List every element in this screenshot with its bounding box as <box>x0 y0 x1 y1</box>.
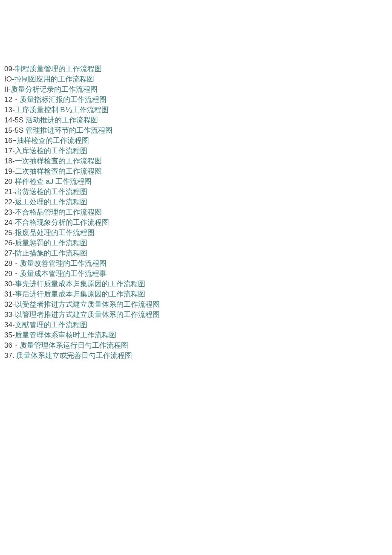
item-number: 16− <box>4 137 17 145</box>
item-text: 样件检查 aJ 工作流程图 <box>15 177 92 186</box>
list-item: 32-以受益者推进方式建立质量体系的工作流程图 <box>4 299 392 310</box>
item-number: 25- <box>4 229 15 237</box>
list-item: 17-入库送检的工作流程图 <box>4 146 392 156</box>
item-number: 12・ <box>4 96 20 104</box>
item-text: 以受益者推进方式建立质量体系的工作流程图 <box>15 300 160 308</box>
item-number: 32- <box>4 300 15 308</box>
item-text: 返工处理的工作流程图 <box>15 198 87 206</box>
list-item: 29・质量成本管理的工作流程事 <box>4 269 392 279</box>
list-item: 12・质量指标汇报的工作流程图 <box>4 95 392 105</box>
list-item: 16−抽样检查的工作流程图 <box>4 136 392 146</box>
item-number: 36・ <box>4 341 20 349</box>
list-item: 34-文献管理的工作流程图 <box>4 320 392 330</box>
item-number: 26- <box>4 239 15 247</box>
list-item: 31-事后进行质量成本归集原因的工作流程图 <box>4 289 392 299</box>
item-text: 抽样检查的工作流程图 <box>17 137 89 145</box>
item-number: 18- <box>4 157 15 165</box>
list-item: 26-质量惩罚的工作流程图 <box>4 238 392 248</box>
item-text: 管理推进环节的工作流程图 <box>26 126 112 134</box>
item-number: 27- <box>4 249 15 257</box>
item-text: 一次抽样检查的工作流程图 <box>15 157 102 165</box>
item-text: 入库送检的工作流程图 <box>15 147 87 155</box>
item-text: 不合格现象分析的工作流程图 <box>15 218 109 227</box>
list-item: 21-出货送检的工作流程图 <box>4 187 392 197</box>
item-text: 以管理者推进方式建立质量体系的工作流程图 <box>15 311 160 319</box>
list-item: IO-控制图应用的工作流程图 <box>4 74 392 84</box>
item-number: 21- <box>4 188 15 196</box>
item-text: 不合格品管理的工作流程图 <box>15 208 102 216</box>
list-item: 22-返工处理的工作流程图 <box>4 197 392 207</box>
item-text: 报废品处理的工作流程图 <box>15 229 95 237</box>
item-number: 13- <box>4 106 15 114</box>
item-number: 24- <box>4 218 15 227</box>
document-list: 09-制程质量管理的工作流程图IO-控制图应用的工作流程图II-质量分析记录的工… <box>4 64 392 361</box>
list-item: 24-不合格现象分析的工作流程图 <box>4 218 392 228</box>
item-text: 二次抽样检查的工作流程图 <box>15 167 102 175</box>
list-item: 15-5S 管理推进环节的工作流程图 <box>4 125 392 136</box>
list-item: 28・质量改善管理的工作流程图 <box>4 259 392 269</box>
item-text: 质量体系建立或完善日勺工作流程图 <box>16 352 132 360</box>
list-item: 27-防止措施的工作流程图 <box>4 248 392 259</box>
item-number: IO- <box>4 75 14 83</box>
item-text: 出货送检的工作流程图 <box>15 188 87 196</box>
list-item: 14-5S 活动推进的工作流程图 <box>4 115 392 125</box>
item-text: 质量分析记录的工作流程图 <box>11 85 98 93</box>
list-item: 33-以管理者推进方式建立质量体系的工作流程图 <box>4 310 392 320</box>
item-number: 28・ <box>4 259 20 267</box>
item-text: 活动推进的工作流程图 <box>26 116 98 124</box>
list-item: 37. 质量体系建立或完善日勺工作流程图 <box>4 351 392 361</box>
list-item: 25-报废品处理的工作流程图 <box>4 228 392 238</box>
item-number: 23- <box>4 208 15 216</box>
item-text: 工序质量控制 B⅟₃工作流程图 <box>15 106 109 114</box>
item-text: 质量成本管理的工作流程事 <box>20 270 107 278</box>
list-item: 35-质量管理体系审核时工作流程图 <box>4 330 392 340</box>
item-number: 31- <box>4 290 15 298</box>
item-number: 29・ <box>4 270 20 278</box>
item-number: 09- <box>4 65 15 73</box>
item-number: 14-5S <box>4 116 26 124</box>
item-number: 37. <box>4 352 16 360</box>
item-text: 事后进行质量成本归集原因的工作流程图 <box>15 290 145 298</box>
item-text: 事先进行质量成本归集原因的工作流程图 <box>15 280 145 288</box>
item-number: 19- <box>4 167 15 175</box>
item-text: 质量管理体系审核时工作流程图 <box>15 331 116 339</box>
item-text: 质量惩罚的工作流程图 <box>15 239 87 247</box>
item-text: 质量管理体系运行日勺工作流程图 <box>20 341 128 349</box>
list-item: 23-不合格品管理的工作流程图 <box>4 207 392 218</box>
list-item: 09-制程质量管理的工作流程图 <box>4 64 392 74</box>
item-number: 17- <box>4 147 15 155</box>
item-text: 文献管理的工作流程图 <box>15 321 87 329</box>
list-item: 19-二次抽样检查的工作流程图 <box>4 166 392 177</box>
list-item: 13-工序质量控制 B⅟₃工作流程图 <box>4 105 392 115</box>
list-item: 30-事先进行质量成本归集原因的工作流程图 <box>4 279 392 289</box>
list-item: II-质量分析记录的工作流程图 <box>4 84 392 95</box>
item-text: 质量指标汇报的工作流程图 <box>20 96 107 104</box>
item-number: 34- <box>4 321 15 329</box>
item-number: 35- <box>4 331 15 339</box>
item-number: 22- <box>4 198 15 206</box>
item-text: 控制图应用的工作流程图 <box>14 75 94 83</box>
list-item: 36・质量管理体系运行日勺工作流程图 <box>4 340 392 351</box>
item-number: 33- <box>4 311 15 319</box>
item-number: 15-5S <box>4 126 26 134</box>
item-number: 20- <box>4 177 15 186</box>
list-item: 20-样件检查 aJ 工作流程图 <box>4 177 392 187</box>
item-number: 30- <box>4 280 15 288</box>
item-text: 防止措施的工作流程图 <box>15 249 87 257</box>
item-number: II- <box>4 85 11 93</box>
item-text: 质量改善管理的工作流程图 <box>20 259 107 267</box>
list-item: 18-一次抽样检查的工作流程图 <box>4 156 392 166</box>
item-text: 制程质量管理的工作流程图 <box>15 65 102 73</box>
